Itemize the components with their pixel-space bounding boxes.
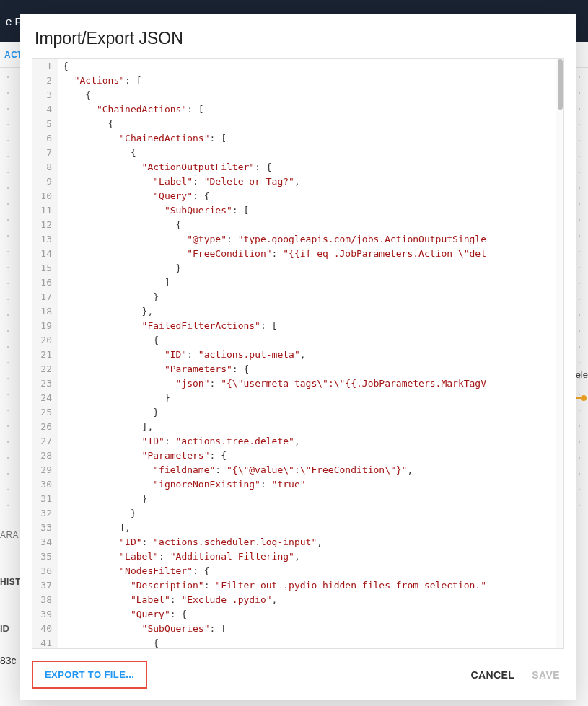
cancel-button[interactable]: CANCEL: [471, 669, 515, 681]
backdrop-section-label: ara: [0, 530, 19, 540]
backdrop-id-value-fragment: 83c: [0, 655, 17, 666]
backdrop-header-fragment: e F: [6, 15, 22, 27]
editor-gutter: 1 2 3 4 5 6 7 8 9 10 11 12 13 14 15 16 1…: [32, 59, 58, 648]
dialog-action-bar: EXPORT TO FILE... CANCEL SAVE: [20, 649, 576, 700]
editor-scrollbar[interactable]: [556, 59, 563, 648]
json-editor[interactable]: 1 2 3 4 5 6 7 8 9 10 11 12 13 14 15 16 1…: [32, 58, 564, 649]
import-export-dialog: Import/Export JSON 1 2 3 4 5 6 7 8 9 10 …: [20, 14, 576, 700]
svg-point-0: [581, 395, 587, 401]
backdrop-history-label: HIST: [0, 577, 21, 587]
dialog-right-buttons: CANCEL SAVE: [471, 669, 560, 681]
scrollbar-thumb[interactable]: [558, 59, 563, 110]
save-button[interactable]: SAVE: [532, 669, 560, 681]
dialog-title: Import/Export JSON: [20, 14, 576, 58]
editor-code-area[interactable]: { "Actions": [ { "ChainedActions": [ { "…: [58, 59, 563, 648]
backdrop-id-label: ID: [0, 623, 9, 634]
export-to-file-button[interactable]: EXPORT TO FILE...: [32, 661, 147, 689]
